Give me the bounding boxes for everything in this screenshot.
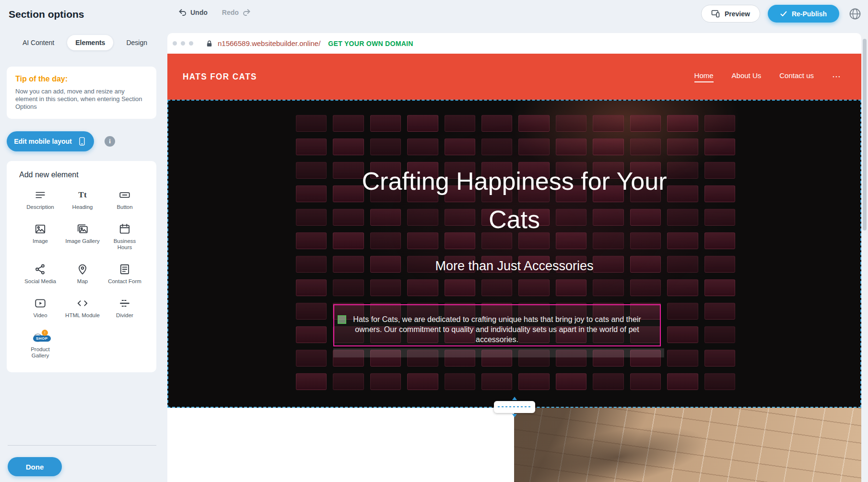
element-label: Description: [26, 204, 54, 210]
site-nav: Home About Us Contact us ⋯: [694, 54, 841, 100]
tab-elements[interactable]: Elements: [67, 35, 113, 50]
hero-tile: [296, 115, 327, 132]
hero-tile: [667, 303, 698, 320]
hero-tile: [593, 138, 623, 155]
element-label: Contact Form: [108, 278, 141, 285]
hero-tile: [704, 373, 735, 390]
site-preview-frame: n1566589.websitebuilder.online/ GET YOUR…: [167, 33, 861, 482]
nav-home[interactable]: Home: [694, 71, 714, 82]
element-tile-button[interactable]: Button: [104, 189, 146, 210]
video-icon: [34, 297, 47, 310]
element-tile-description[interactable]: Description: [19, 189, 61, 210]
scrollbar-thumb[interactable]: [863, 39, 867, 230]
business-hours-icon: [118, 223, 131, 235]
next-section: [167, 408, 861, 482]
nav-about-us[interactable]: About Us: [732, 71, 762, 82]
phone-icon: [77, 136, 87, 147]
section-options-sidebar: AI Content Elements Design Tip of the da…: [0, 28, 167, 482]
scrollbar-track: [861, 33, 868, 482]
element-tile-heading[interactable]: Tt Heading: [61, 189, 104, 210]
language-globe-button[interactable]: [847, 6, 863, 22]
selected-text-element[interactable]: Hats for Cats, we are dedicated to craft…: [333, 304, 661, 346]
nav-more-button[interactable]: ⋯: [832, 71, 841, 82]
hero-tile: [296, 162, 327, 179]
info-icon[interactable]: i: [105, 136, 115, 147]
hero-tile: [296, 185, 327, 202]
product-gallery-icon: SHOP ↑: [32, 331, 49, 344]
hero-tile: [704, 209, 735, 226]
element-label: HTML Module: [65, 312, 100, 319]
divider-icon: [118, 297, 131, 310]
tip-title: Tip of the day:: [15, 75, 148, 83]
hero-tile: [333, 115, 364, 132]
hero-tile: [296, 232, 327, 249]
hero-tile: [593, 373, 623, 390]
hero-tile: [704, 279, 735, 296]
element-tile-business-hours[interactable]: Business Hours: [104, 223, 146, 251]
redo-label: Redo: [222, 9, 239, 16]
element-resize-handle[interactable]: [338, 315, 346, 324]
edit-mobile-layout-button[interactable]: Edit mobile layout: [7, 131, 94, 151]
hero-tile: [445, 279, 475, 296]
undo-button[interactable]: Undo: [178, 8, 208, 16]
preview-button[interactable]: Preview: [701, 5, 760, 23]
nav-contact-us[interactable]: Contact us: [779, 71, 814, 82]
hero-tile: [556, 279, 586, 296]
hero-tile: [667, 373, 698, 390]
element-tile-image[interactable]: Image: [19, 223, 61, 251]
element-label: Heading: [72, 204, 93, 210]
hero-tile: [556, 138, 586, 155]
element-tile-image-gallery[interactable]: Image Gallery: [61, 223, 104, 251]
element-label: Video: [33, 312, 47, 319]
top-toolbar: Section options Undo Redo Preview: [0, 0, 868, 28]
hero-tile: [296, 279, 327, 296]
hero-tile: [630, 115, 661, 132]
site-logo: HATS FOR CATS: [183, 71, 257, 82]
hero-tile: [704, 115, 735, 132]
done-button[interactable]: Done: [8, 457, 62, 476]
heading-icon: Tt: [76, 189, 89, 201]
element-tile-video[interactable]: Video: [19, 297, 61, 319]
element-tile-map[interactable]: Map: [61, 263, 104, 285]
hero-tile: [704, 162, 735, 179]
add-new-element-title: Add new element: [19, 171, 156, 179]
hero-tile: [630, 279, 661, 296]
hero-tile: [481, 115, 512, 132]
element-tile-social-media[interactable]: Social Media: [19, 263, 61, 285]
edit-mobile-layout-label: Edit mobile layout: [14, 138, 72, 145]
hero-tile: [704, 185, 735, 202]
hero-tile: [296, 209, 327, 226]
hero-tile: [518, 115, 549, 132]
element-label: Business Hours: [106, 238, 143, 251]
element-tile-product-gallery[interactable]: SHOP ↑ Product Gallery: [19, 331, 61, 359]
hero-tile: [593, 279, 623, 296]
shop-badge-label: SHOP: [33, 335, 51, 342]
hero-tile: [518, 373, 549, 390]
hero-tile: [296, 138, 327, 155]
element-tile-divider[interactable]: Divider: [104, 297, 146, 319]
hero-tile: [667, 350, 698, 367]
republish-button[interactable]: Re-Publish: [768, 5, 839, 23]
redo-icon: [243, 8, 251, 16]
section-resize-handle[interactable]: [494, 401, 535, 413]
element-tile-html-module[interactable]: HTML Module: [61, 297, 104, 319]
tab-design[interactable]: Design: [118, 35, 155, 50]
site-url[interactable]: n1566589.websitebuilder.online/: [218, 39, 320, 47]
check-icon: [780, 11, 787, 17]
hero-tile: [296, 350, 327, 367]
get-your-own-domain-link[interactable]: GET YOUR OWN DOMAIN: [328, 40, 413, 47]
hero-tile: [370, 373, 401, 390]
html-module-icon: [76, 297, 89, 310]
svg-text:Tt: Tt: [78, 190, 87, 199]
element-label: Divider: [116, 312, 133, 319]
element-tile-contact-form[interactable]: Contact Form: [104, 263, 146, 285]
hero-tile: [518, 138, 549, 155]
redo-button[interactable]: Redo: [222, 8, 251, 16]
page-title: Section options: [9, 9, 84, 20]
hero-section[interactable]: Crafting Happiness for Your Cats More th…: [167, 100, 861, 408]
preview-label: Preview: [725, 10, 750, 18]
tab-ai-content[interactable]: AI Content: [14, 35, 62, 50]
hero-tile: [445, 138, 475, 155]
hero-tile: [370, 279, 401, 296]
element-shadow-band: [333, 348, 664, 357]
